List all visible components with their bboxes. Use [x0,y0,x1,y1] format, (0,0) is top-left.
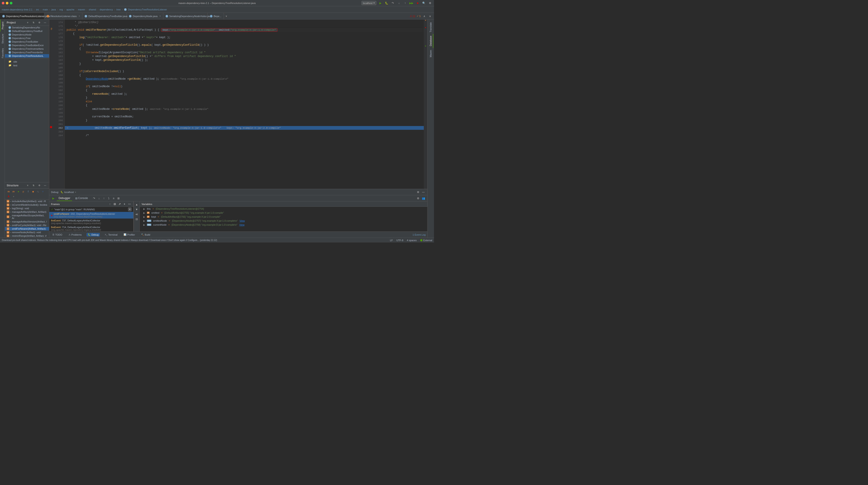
maven-tab[interactable]: Maven [429,48,433,59]
frame-dropdown[interactable]: ▾ [128,207,131,211]
var-item-currentNode[interactable]: ▶ OO currentNode = {DependencyNode@2758}… [140,223,427,227]
struct-settings-button[interactable]: ⚙ [37,183,41,188]
sidebar-settings-button[interactable]: ⚙ [37,21,41,25]
tab-dependency-tree-resolution-listener[interactable]: C DependencyTreeResolutionListener.java … [0,13,44,19]
step-over-debug-button[interactable]: ↷ [92,196,96,201]
breadcrumb-main[interactable]: main [42,8,48,11]
build-button[interactable]: 🔨 Build [140,233,151,237]
group-button[interactable]: 👥 [421,196,426,201]
struct-filter-m2[interactable]: m [11,189,16,193]
struct-filter-f[interactable]: f [26,189,30,193]
breadcrumb-java[interactable]: java [52,8,56,11]
project-tab[interactable]: Project [0,20,5,31]
struct-close-button[interactable]: — [43,183,47,188]
var-item-kept[interactable]: ▶ P kept = {DefaultArtifact@2756} "org.e… [140,215,427,219]
terminal-button[interactable]: >_ Terminal [103,233,119,237]
breadcrumb-src[interactable]: src [36,8,39,11]
tab-resolution-listener[interactable]: i ResolutionListener.class × [44,13,82,19]
struct-item-log[interactable]: m ▪ log(String): void [5,207,49,210]
struct-filter-arrows[interactable]: ↑↓ [36,189,40,193]
profiler-button[interactable]: 📊 Profiler [122,233,136,237]
sidebar-sort2-button[interactable]: ⇅ [31,21,36,25]
struct-filter-p[interactable]: p [21,189,25,193]
minimize-button[interactable] [6,2,8,4]
sidebar-sort-button[interactable]: ≡ [26,21,30,25]
breadcrumb-classname[interactable]: DependencyTreeResolutionListener [128,8,167,11]
sidebar-item-resolution-listener[interactable]: C DependencyTreeResolutionL [5,54,49,58]
indent-label[interactable]: 4 spaces [407,239,417,242]
translate-tab[interactable]: Translate [429,21,433,34]
frame-item-running[interactable]: ✓ "main"@1 in group "main": RUNNING ▾ [49,207,133,212]
frames-add-button[interactable]: + [122,202,127,206]
favorites-tab[interactable]: Favorites [0,46,5,60]
debug-tab-console[interactable]: ▤ Console [73,196,90,201]
breadcrumb-project[interactable]: maven-dependency-tree-2.1 [2,8,32,11]
sidebar-item-dependency-tree-builder[interactable]: C DependencyTreeBuilder [5,40,49,43]
code-editor[interactable]: @ [49,20,427,189]
struct-item-manageArtifact[interactable]: m ▪ manageArtifact(Artifact, Artifact) [5,210,49,214]
stop-button[interactable]: ■ [415,1,420,5]
debug-settings-button[interactable]: ⚙ [416,190,420,194]
struct-item-manageArtifactVersion[interactable]: m ▪ manageArtifactVersion(Artifact, / [5,220,49,223]
struct-filter-green[interactable]: ● [17,189,21,193]
sidebar-item-dependency-tree[interactable]: C DependencyTree [5,36,49,40]
struct-sort2-button[interactable]: ⇅ [31,183,36,188]
breadcrumb-tree[interactable]: tree [117,8,121,11]
sidebar-item-inverse-iter[interactable]: C DependencyTreeInverseItera [5,47,49,51]
tab-close-2[interactable]: × [79,15,80,17]
expand-down-button[interactable]: ▼ [134,207,139,212]
filter-button[interactable]: ⊟ [134,217,139,221]
debug-session-close[interactable]: × [75,191,76,193]
tab-more[interactable]: i Depe... [208,13,224,19]
run-to-cursor-button[interactable]: ⤵ [106,196,111,201]
run-button[interactable]: ▶ [378,1,382,5]
debug-bottom-button[interactable]: 🐛 Debug [87,233,100,237]
scroll-down-button[interactable]: ∨ [428,14,432,19]
database-tab[interactable]: Database [429,34,433,48]
line-ending-label[interactable]: LF [390,239,393,242]
resume-debug-button[interactable]: ▶ [51,196,56,201]
sidebar-item-dependency-tree-builder-ex[interactable]: C DependencyTreeBuilderExce [5,43,49,47]
struct-filter-m[interactable]: m [7,189,11,193]
var-item-omittedNode[interactable]: ▶ OO omittedNode = {DependencyNode@2757}… [140,219,427,223]
sidebar-item-serializing[interactable]: C SerializingDependencyNo [5,26,49,29]
close-button[interactable] [2,2,4,4]
struct-item-removeNode[interactable]: m ▪ removeNode(Artifact): void [5,231,49,234]
step-into-debug-button[interactable]: ↓ [97,196,101,201]
structure-tab-left[interactable]: Structure [0,31,5,46]
view-link-currentNode[interactable]: View [239,223,245,226]
search-button[interactable]: 🔍 [422,1,426,5]
struct-item-restrictRange[interactable]: m ▪ restrictRange(Artifact, Artifact, V [5,234,49,238]
struct-item-includeArtifact[interactable]: m ▪ includeArtifact(Artifact): void ↑R [5,200,49,203]
debug-settings2-button[interactable]: ⚙ [416,196,420,201]
frames-filter-button[interactable]: ⊟ [113,202,117,206]
tab-default-dependency-tree-builder[interactable]: C DefaultDependencyTreeBuilder.java × [82,13,127,19]
var-item-omitted[interactable]: ▶ P omitted = {DefaultArtifact@2755} "or… [140,211,427,215]
sidebar-item-test[interactable]: 📁 test [5,63,49,67]
struct-item-omitForNearer[interactable]: m ▪ omitForNearer(Artifact, Artifact): [5,227,49,231]
evaluate-button[interactable]: ≡ [112,196,116,201]
code-content[interactable]: * {@inheritDoc} */ public void omitForNe… [65,20,424,189]
breadcrumb-shared[interactable]: shared [89,8,96,11]
struct-filter-circle[interactable]: ○ [41,189,45,193]
expand-up-button[interactable]: ▲ [134,202,139,207]
sidebar-item-dependency-node[interactable]: C DependencyNode [5,33,49,36]
tab-dependency-node[interactable]: C DependencyNode.java × [127,13,163,19]
frames-expand-button[interactable]: ⋯ [127,202,131,206]
struct-sort-button[interactable]: ≡ [26,183,30,188]
breadcrumb-dependency[interactable]: dependency [100,8,113,11]
traffic-lights[interactable] [2,2,12,4]
external-label[interactable]: External [420,239,432,242]
resume-button[interactable]: ▶▶ [409,1,413,5]
frames-sort-button[interactable]: ↑ [107,202,112,206]
event-log-label[interactable]: 1 Event Log [412,234,426,236]
todo-button[interactable]: ☰ TODO [51,233,64,237]
debug-tab-debugger[interactable]: Debugger [57,196,72,201]
debug-session[interactable]: 🐛 localhost × [61,191,76,193]
tab-serializing[interactable]: C SerializingDependencyNodeVisitor.java … [163,13,208,19]
breadcrumb-apache[interactable]: apache [66,8,74,11]
breadcrumb-maven[interactable]: maven [78,8,85,11]
maximize-button[interactable] [10,2,12,4]
sidebar-item-site[interactable]: 📁 site [5,60,49,63]
run-config-dropdown[interactable]: localhost ▾ [362,1,376,5]
